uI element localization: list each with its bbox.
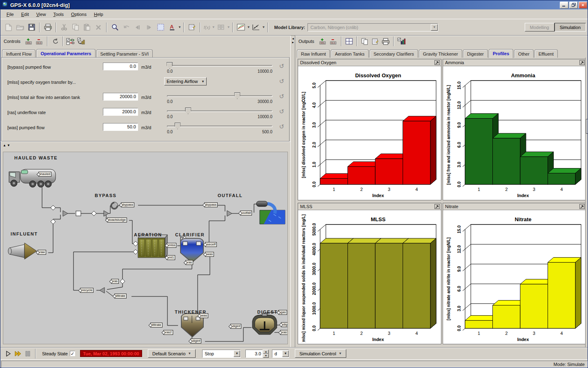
restore-button[interactable] xyxy=(569,2,578,9)
text-color-dropdown-icon[interactable]: ▼ xyxy=(178,25,181,29)
stream-tag-ras[interactable]: ras xyxy=(185,260,193,265)
stream-tag-seceff[interactable]: seceff xyxy=(205,242,217,247)
slider-thumb[interactable] xyxy=(167,62,173,69)
stream-tag-hauled[interactable]: hauled xyxy=(38,172,51,177)
right-edge-splitter[interactable] xyxy=(585,58,588,347)
unit-dropdown-icon[interactable]: ▼ xyxy=(282,350,289,357)
panel-splitter[interactable]: ◄ ► xyxy=(290,36,295,347)
stream-tag-was[interactable]: was xyxy=(205,252,214,257)
reset-param-button[interactable]: ↺ xyxy=(279,63,284,69)
combo-dropdown-icon[interactable]: ▼ xyxy=(201,80,206,83)
stream-tag-diginf[interactable]: diginf xyxy=(230,324,241,329)
menu-file[interactable]: File xyxy=(3,11,18,18)
reset-param-button[interactable]: ↺ xyxy=(279,79,284,84)
menu-tools[interactable]: Tools xyxy=(49,11,67,18)
close-button[interactable]: × xyxy=(579,2,587,9)
matrix-dropdown-icon[interactable]: ▼ xyxy=(227,25,230,29)
stream-tag-recycle[interactable]: recycle xyxy=(80,288,94,293)
tab-effluent[interactable]: Effluent xyxy=(535,49,558,58)
stream-tag-diginf[interactable]: diginf xyxy=(190,339,201,343)
stream-tag-bypass[interactable]: bypass xyxy=(121,202,134,207)
digester-icon[interactable] xyxy=(252,313,277,334)
pause-button[interactable] xyxy=(23,349,32,358)
matrix-icon[interactable] xyxy=(216,22,226,33)
stream-tag-outfall[interactable]: outfall xyxy=(240,211,252,215)
copy-icon[interactable] xyxy=(70,22,81,33)
stream-tag-gas[interactable]: gas xyxy=(278,310,287,315)
prev-icon[interactable] xyxy=(132,22,143,33)
stream-tag-raw[interactable]: raw xyxy=(38,250,46,255)
param-slider[interactable]: 0.0500.0 xyxy=(167,121,272,135)
save-icon[interactable] xyxy=(26,22,37,33)
print-output-button[interactable] xyxy=(381,37,391,46)
stream-tag-filtrate[interactable]: filtrate xyxy=(150,323,163,328)
spin-down-icon[interactable]: ▼ xyxy=(263,354,269,358)
duration-input[interactable]: 3.0 xyxy=(245,350,263,358)
next-icon[interactable] xyxy=(144,22,154,33)
tab-gravity-thickener[interactable]: Gravity Thickener xyxy=(419,49,462,58)
splitter-thumb[interactable] xyxy=(586,119,588,134)
reset-param-button[interactable]: ↺ xyxy=(279,109,284,114)
notes-icon[interactable] xyxy=(187,22,197,33)
tab-digester[interactable]: Digester xyxy=(463,49,488,58)
clarifier-icon[interactable] xyxy=(180,238,203,263)
param-slider[interactable]: 0.030000.0 xyxy=(167,91,272,105)
tab-operational-parameters[interactable]: Operational Parameters xyxy=(36,49,95,58)
tab-other[interactable]: Other xyxy=(514,49,534,58)
reset-controls-button[interactable] xyxy=(50,37,60,46)
scatter-tool-dropdown-icon[interactable]: ▼ xyxy=(262,25,265,29)
aeration-tank-icon[interactable] xyxy=(138,235,167,258)
simulation-button[interactable]: Simulation xyxy=(555,23,586,31)
tab-secondary-clarifiers[interactable]: Secondary Clarifiers xyxy=(370,49,418,58)
menu-view[interactable]: View xyxy=(33,11,50,18)
undo-icon[interactable] xyxy=(121,22,131,33)
expand-chart-icon[interactable] xyxy=(579,204,585,209)
stream-tag-was[interactable]: was xyxy=(199,313,208,318)
print-icon[interactable] xyxy=(42,22,53,33)
influent-icon[interactable] xyxy=(8,243,37,259)
tab-profiles[interactable]: Profiles xyxy=(489,49,513,58)
steady-state-checkbox[interactable]: ✓ xyxy=(70,351,75,356)
process-diagram[interactable]: HAULED WASTEBYPASSOUTFALLINFLUENTAERATIO… xyxy=(3,152,288,344)
simulation-control-button[interactable]: Simulation Control▼ xyxy=(295,349,346,358)
open-file-icon[interactable] xyxy=(15,22,25,33)
cut-icon[interactable] xyxy=(59,22,69,33)
tab-influent-flow[interactable]: Influent Flow xyxy=(2,49,36,58)
minimize-button[interactable] xyxy=(560,2,568,9)
slider-thumb[interactable] xyxy=(185,108,191,114)
report-button[interactable] xyxy=(370,37,380,46)
layout-grid-button[interactable] xyxy=(344,37,354,46)
menu-options[interactable]: Options xyxy=(67,11,90,18)
stop-dropdown-icon[interactable]: ▼ xyxy=(234,350,240,357)
tab-raw-influent[interactable]: Raw Influent xyxy=(297,49,330,58)
duration-unit-combo[interactable]: d▼ xyxy=(272,350,289,358)
menu-edit[interactable]: Edit xyxy=(18,11,33,18)
remove-output-button[interactable]: DLS xyxy=(329,37,339,46)
modelling-button[interactable]: Modelling xyxy=(525,23,555,31)
model-library-combo[interactable]: Carbon, Nitrogen (cnlib) ▼ xyxy=(307,23,438,31)
scenario-button[interactable]: Default Scenario▼ xyxy=(148,349,196,358)
collapse-arrows-icon[interactable]: ▲▼ xyxy=(3,144,11,147)
stream-tag-ras[interactable]: ras xyxy=(111,279,119,284)
function-dropdown-icon[interactable]: ▼ xyxy=(212,25,215,29)
slider-thumb[interactable] xyxy=(234,92,241,99)
select-region-icon[interactable] xyxy=(155,22,166,33)
graph-tool-icon[interactable] xyxy=(236,22,246,33)
scatter-tool-icon[interactable] xyxy=(251,22,261,33)
collapse-right-icon[interactable]: ► xyxy=(292,41,294,44)
apply-controls-button[interactable] xyxy=(76,37,86,46)
stream-tag-ras3[interactable]: ras3 xyxy=(280,330,288,335)
param-value-input[interactable]: 2000.0 xyxy=(103,108,138,116)
zoom-icon[interactable] xyxy=(109,22,120,33)
text-color-icon[interactable]: A xyxy=(167,22,177,33)
new-file-icon[interactable] xyxy=(3,22,14,33)
bypass-pump-icon[interactable] xyxy=(111,202,118,209)
collapse-left-icon[interactable]: ◄ xyxy=(292,37,294,40)
tab-aeration-tanks[interactable]: Aeration Tanks xyxy=(331,49,369,58)
oxygen-transfer-combo[interactable]: Entering Airflow▼ xyxy=(164,77,207,85)
menu-help[interactable]: Help xyxy=(90,11,107,18)
stream-tag-filtrate[interactable]: filtrate xyxy=(114,294,127,298)
panel-collapse-divider[interactable]: ▲▼ xyxy=(0,141,290,149)
duration-spinner[interactable]: ▲▼ xyxy=(263,350,269,358)
function-icon[interactable]: f(x) xyxy=(203,22,211,33)
